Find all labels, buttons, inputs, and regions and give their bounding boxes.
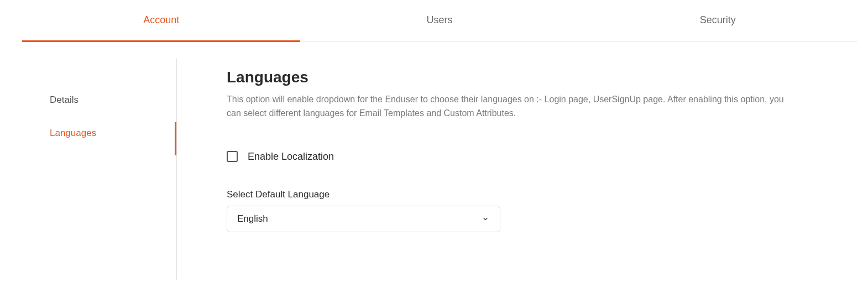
enable-localization-row: Enable Localization bbox=[227, 151, 802, 163]
sidebar: Details Languages bbox=[0, 59, 177, 280]
enable-localization-label: Enable Localization bbox=[248, 151, 334, 163]
tab-users[interactable]: Users bbox=[300, 0, 578, 42]
sidebar-item-details[interactable]: Details bbox=[50, 83, 176, 117]
chevron-down-icon bbox=[481, 215, 490, 223]
main-content: Languages This option will enable dropdo… bbox=[177, 59, 868, 280]
dropdown-value: English bbox=[237, 213, 268, 224]
tab-label: Account bbox=[143, 14, 179, 26]
content-area: Details Languages Languages This option … bbox=[0, 42, 868, 280]
tab-label: Users bbox=[426, 14, 452, 26]
default-language-dropdown[interactable]: English bbox=[227, 206, 500, 232]
sidebar-item-label: Languages bbox=[50, 128, 96, 138]
tab-account[interactable]: Account bbox=[22, 0, 300, 42]
sidebar-item-label: Details bbox=[50, 95, 79, 105]
tab-bar: Account Users Security bbox=[22, 0, 857, 42]
page-description: This option will enable dropdown for the… bbox=[227, 93, 791, 121]
enable-localization-checkbox[interactable] bbox=[227, 151, 238, 162]
page-title: Languages bbox=[227, 69, 802, 86]
sidebar-item-languages[interactable]: Languages bbox=[50, 117, 176, 150]
tab-label: Security bbox=[700, 14, 736, 26]
default-language-label: Select Default Language bbox=[227, 189, 802, 200]
tab-security[interactable]: Security bbox=[579, 0, 857, 42]
